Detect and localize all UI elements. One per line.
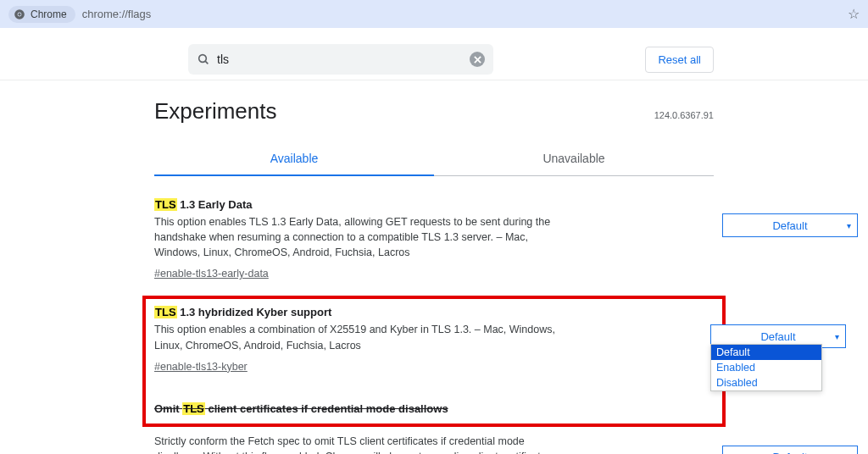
flag-item: Strictly conform the Fetch spec to omit … [154, 430, 714, 454]
flag-select-wrap: Default ▾ [722, 213, 858, 237]
flag-title: TLS 1.3 hybridized Kyber support [154, 306, 714, 318]
close-icon [474, 56, 481, 64]
search-row: Reset all [154, 44, 714, 75]
flag-select-wrap: Default ▾ Default Enabled Disabled [710, 324, 846, 348]
flag-desc: This option enables TLS 1.3 Early Data, … [154, 214, 561, 260]
select-option[interactable]: Enabled [711, 360, 821, 375]
chevron-down-icon: ▾ [835, 332, 839, 341]
flag-item: TLS 1.3 Early Data This option enables T… [154, 190, 714, 292]
search-icon [197, 53, 210, 66]
search-highlight: TLS [154, 198, 177, 211]
version-text: 124.0.6367.91 [654, 110, 714, 120]
chevron-down-icon: ▾ [847, 221, 851, 230]
page-content: Reset all Experiments 124.0.6367.91 Avai… [154, 29, 714, 454]
flag-anchor-link[interactable]: #enable-tls13-early-data [154, 268, 269, 280]
select-option[interactable]: Default [711, 345, 821, 360]
omnibox: Chrome chrome://flags ☆ [0, 0, 868, 29]
flag-select[interactable]: Default ▾ [722, 213, 858, 237]
tab-unavailable[interactable]: Unavailable [434, 143, 714, 175]
url-text[interactable]: chrome://flags [82, 8, 841, 20]
flag-title-struck: Omit TLS client certificates if credenti… [154, 402, 714, 415]
site-chip-label: Chrome [31, 8, 67, 20]
flag-desc: Strictly conform the Fetch spec to omit … [154, 434, 561, 454]
search-input[interactable] [217, 53, 463, 66]
flag-item: TLS 1.3 hybridized Kyber support This op… [154, 306, 714, 373]
tabs: Available Unavailable [154, 143, 714, 176]
select-dropdown: Default Enabled Disabled [710, 344, 822, 391]
search-box[interactable] [188, 44, 493, 75]
title-row: Experiments 124.0.6367.91 [154, 98, 714, 125]
flag-select-wrap: Default ▾ [722, 446, 858, 454]
flag-select[interactable]: Default ▾ [722, 446, 858, 454]
svg-point-2 [18, 13, 21, 16]
svg-line-4 [205, 61, 208, 64]
reset-all-button[interactable]: Reset all [645, 47, 714, 73]
page-title: Experiments [154, 98, 277, 125]
flag-anchor-link[interactable]: #enable-tls13-kyber [154, 361, 248, 373]
highlighted-flag-box: TLS 1.3 hybridized Kyber support This op… [142, 296, 726, 426]
chrome-icon [14, 8, 25, 20]
flag-title: TLS 1.3 Early Data [154, 198, 714, 211]
tab-available[interactable]: Available [154, 143, 434, 175]
select-option[interactable]: Disabled [711, 375, 821, 390]
search-highlight: TLS [182, 402, 205, 415]
search-highlight: TLS [154, 306, 177, 318]
flag-desc: This option enables a combination of X25… [154, 322, 561, 352]
svg-point-3 [199, 55, 207, 63]
clear-search-icon[interactable] [470, 52, 485, 67]
site-chip[interactable]: Chrome [8, 6, 75, 23]
bookmark-star-icon[interactable]: ☆ [848, 6, 860, 22]
